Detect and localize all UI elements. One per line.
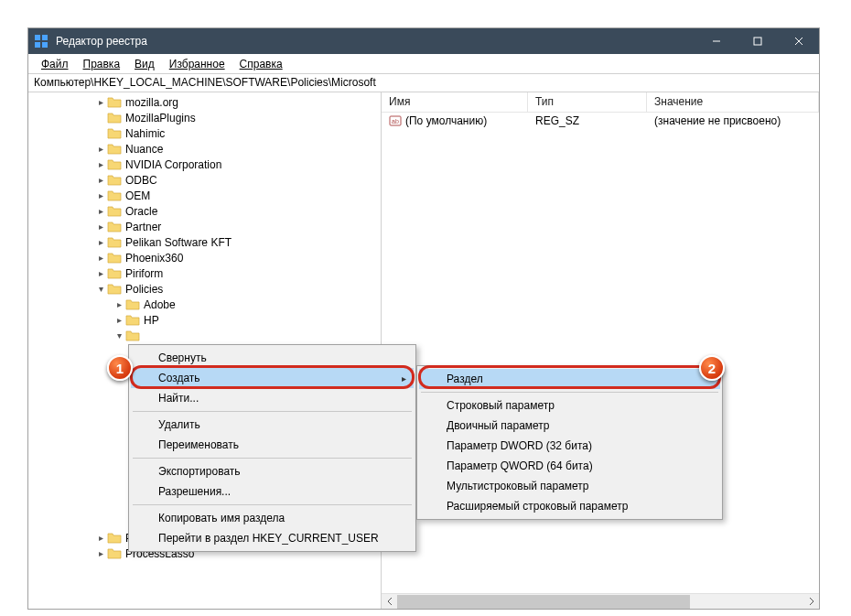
chevron-right-icon[interactable]: ▸ xyxy=(94,175,107,185)
menu-item-label: Строковый параметр xyxy=(447,399,555,412)
context-submenu-item[interactable]: Мультистроковый параметр xyxy=(419,476,720,496)
chevron-right-icon[interactable]: ▸ xyxy=(94,190,107,200)
tree-item[interactable]: ▾ xyxy=(28,328,381,343)
folder-icon xyxy=(107,236,122,249)
folder-icon xyxy=(125,298,140,311)
context-menu-item[interactable]: Экспортировать xyxy=(131,461,414,481)
list-row[interactable]: ab (По умолчанию) REG_SZ (значение не пр… xyxy=(382,113,819,129)
chevron-right-icon[interactable]: ▸ xyxy=(113,315,125,325)
chevron-right-icon[interactable]: ▸ xyxy=(94,237,107,247)
annotation-badge: 2 xyxy=(699,355,725,381)
chevron-right-icon[interactable]: ▸ xyxy=(94,253,107,263)
chevron-right-icon[interactable]: ▸ xyxy=(94,548,107,558)
window-controls xyxy=(695,28,819,54)
context-submenu-item[interactable]: Двоичный параметр xyxy=(419,416,720,436)
tree-item-label: Adobe xyxy=(144,298,176,311)
menu-item-label: Двоичный параметр xyxy=(447,419,550,432)
tree-item-label: Nahimic xyxy=(125,127,165,140)
address-bar[interactable]: Компьютер\HKEY_LOCAL_MACHINE\SOFTWARE\Po… xyxy=(28,74,819,92)
tree-item[interactable]: ▸NVIDIA Corporation xyxy=(28,157,381,172)
context-menu-item[interactable]: Найти... xyxy=(131,388,414,408)
menu-view[interactable]: Вид xyxy=(127,56,162,72)
close-button[interactable] xyxy=(778,28,819,54)
col-header-value[interactable]: Значение xyxy=(647,92,819,112)
folder-icon xyxy=(107,96,122,109)
tree-item-label: Pelikan Software KFT xyxy=(125,236,232,249)
menu-separator xyxy=(133,458,412,459)
scroll-left-icon[interactable] xyxy=(382,594,397,610)
folder-icon xyxy=(107,532,122,545)
context-submenu-item[interactable]: Раздел xyxy=(419,369,720,389)
folder-icon xyxy=(107,174,122,187)
tree-item-label: Policies xyxy=(125,283,163,296)
folder-icon xyxy=(107,143,122,156)
menu-item-label: Мультистроковый параметр xyxy=(447,480,589,492)
tree-item[interactable]: ▸Pelikan Software KFT xyxy=(28,234,381,250)
tree-item[interactable]: ▾Policies xyxy=(28,281,381,297)
chevron-down-icon[interactable]: ▾ xyxy=(113,330,125,340)
horizontal-scrollbar[interactable] xyxy=(382,593,819,609)
tree-item[interactable]: ▸Adobe xyxy=(28,297,381,312)
tree-item-label: Nuance xyxy=(125,143,163,156)
list-header: Имя Тип Значение xyxy=(382,92,819,113)
folder-icon xyxy=(107,127,122,140)
tree-item[interactable]: ▸Piriform xyxy=(28,265,381,281)
menu-file[interactable]: Файл xyxy=(34,56,76,72)
tree-item-label: Oracle xyxy=(125,205,157,218)
folder-icon xyxy=(107,205,122,218)
chevron-right-icon[interactable]: ▸ xyxy=(94,533,107,543)
menu-item-label: Параметр DWORD (32 бита) xyxy=(447,439,592,452)
tree-item[interactable]: ▸Phoenix360 xyxy=(28,250,381,265)
context-menu-item[interactable]: Переименовать xyxy=(131,435,414,455)
menu-help[interactable]: Справка xyxy=(232,56,290,72)
context-menu-item[interactable]: Копировать имя раздела xyxy=(131,508,414,528)
tree-item[interactable]: ▸Nuance xyxy=(28,141,381,157)
context-submenu-item[interactable]: Параметр DWORD (32 бита) xyxy=(419,436,720,456)
svg-text:ab: ab xyxy=(392,118,399,124)
svg-rect-3 xyxy=(42,42,48,48)
tree-item[interactable]: MozillaPlugins xyxy=(28,110,381,125)
chevron-right-icon[interactable]: ▸ xyxy=(113,299,125,309)
chevron-down-icon[interactable]: ▾ xyxy=(94,284,107,294)
tree-item-label: HP xyxy=(144,314,159,327)
folder-icon xyxy=(107,252,122,265)
svg-rect-5 xyxy=(754,38,761,45)
annotation-badge: 1 xyxy=(107,355,133,381)
context-menu-item[interactable]: Создать▸ xyxy=(131,368,414,388)
chevron-right-icon[interactable]: ▸ xyxy=(94,268,107,278)
context-submenu-item[interactable]: Расширяемый строковый параметр xyxy=(419,496,720,516)
col-header-type[interactable]: Тип xyxy=(528,92,647,112)
tree-item[interactable]: ▸ODBC xyxy=(28,172,381,188)
chevron-right-icon[interactable]: ▸ xyxy=(94,144,107,154)
chevron-right-icon[interactable]: ▸ xyxy=(94,206,107,216)
context-menu-item[interactable]: Свернуть xyxy=(131,348,414,368)
chevron-right-icon[interactable]: ▸ xyxy=(94,159,107,169)
context-menu-item[interactable]: Перейти в раздел HKEY_CURRENT_USER xyxy=(131,528,414,548)
scroll-right-icon[interactable] xyxy=(803,594,819,610)
list-pane: Имя Тип Значение ab (По умолчанию) REG_S… xyxy=(382,92,819,609)
tree-item[interactable]: ▸Partner xyxy=(28,219,381,234)
chevron-right-icon[interactable]: ▸ xyxy=(94,222,107,232)
menu-item-label: Копировать имя раздела xyxy=(158,512,285,524)
context-menu-item[interactable]: Удалить xyxy=(131,415,414,435)
menu-favorites[interactable]: Избранное xyxy=(162,56,232,72)
folder-icon xyxy=(107,267,122,280)
context-submenu-item[interactable]: Строковый параметр xyxy=(419,395,720,416)
tree-item[interactable]: ▸Oracle xyxy=(28,203,381,219)
tree-item[interactable]: ▸HP xyxy=(28,312,381,328)
menu-separator xyxy=(133,504,412,505)
col-header-name[interactable]: Имя xyxy=(382,92,528,112)
tree-item[interactable]: ▸OEM xyxy=(28,188,381,203)
menu-edit[interactable]: Правка xyxy=(76,56,128,72)
value-data: (значение не присвоено) xyxy=(647,114,819,127)
maximize-button[interactable] xyxy=(737,28,778,54)
context-submenu-item[interactable]: Параметр QWORD (64 бита) xyxy=(419,456,720,476)
app-icon xyxy=(34,34,48,49)
tree-item[interactable]: Nahimic xyxy=(28,125,381,141)
minimize-button[interactable] xyxy=(695,28,737,54)
menu-item-label: Раздел xyxy=(447,373,483,385)
tree-item[interactable]: ▸mozilla.org xyxy=(28,94,381,110)
chevron-right-icon[interactable]: ▸ xyxy=(94,97,107,107)
menu-separator xyxy=(133,411,412,412)
context-menu-item[interactable]: Разрешения... xyxy=(131,481,414,502)
